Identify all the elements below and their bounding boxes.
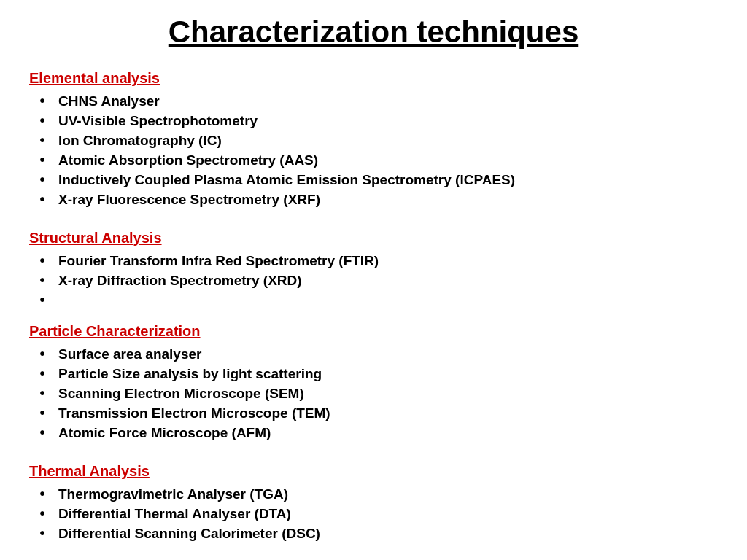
- list-item: •X-ray Diffraction Spectrometry (XRD): [29, 271, 718, 290]
- list-item-text: Particle Size analysis by light scatteri…: [58, 366, 322, 382]
- list-item: •Thermogravimetric Analyser (TGA): [29, 484, 718, 504]
- list-item: •Atomic Absorption Spectrometry (AAS): [29, 150, 718, 170]
- list-item-text: X-ray Diffraction Spectrometry (XRD): [58, 273, 302, 289]
- list-elemental-analysis: •CHNS Analyser•UV-Visible Spectrophotome…: [29, 91, 718, 209]
- list-item: •X-ray Fluorescence Spectrometry (XRF): [29, 190, 718, 209]
- list-item-text: Fourier Transform Infra Red Spectrometry…: [58, 253, 379, 269]
- list-thermal-analysis: •Thermogravimetric Analyser (TGA)•Differ…: [29, 484, 718, 543]
- list-structural-analysis: •Fourier Transform Infra Red Spectrometr…: [29, 251, 718, 310]
- list-item: •CHNS Analyser: [29, 91, 718, 111]
- list-item-text: Transmission Electron Microscope (TEM): [58, 405, 330, 421]
- heading-elemental-analysis: Elemental analysis: [29, 70, 718, 87]
- list-item: •: [29, 290, 718, 310]
- list-item-text: Atomic Absorption Spectrometry (AAS): [58, 152, 318, 168]
- list-item: •UV-Visible Spectrophotometry: [29, 111, 718, 131]
- list-item: •Scanning Electron Microscope (SEM): [29, 384, 718, 403]
- section-thermal-analysis: Thermal Analysis•Thermogravimetric Analy…: [29, 463, 718, 543]
- list-item: •Fourier Transform Infra Red Spectrometr…: [29, 251, 718, 271]
- list-item: •Surface area analyser: [29, 344, 718, 364]
- list-item-text: Surface area analyser: [58, 346, 201, 362]
- section-structural-analysis: Structural Analysis•Fourier Transform In…: [29, 230, 718, 310]
- list-item: •Atomic Force Microscope (AFM): [29, 423, 718, 443]
- bullet-icon: •: [29, 486, 58, 502]
- list-item: •Ion Chromatography (IC): [29, 131, 718, 150]
- heading-particle-characterization: Particle Characterization: [29, 323, 718, 340]
- bullet-icon: •: [29, 405, 58, 421]
- bullet-icon: •: [29, 385, 58, 402]
- bullet-icon: •: [29, 272, 58, 289]
- list-item-text: Ion Chromatography (IC): [58, 133, 222, 149]
- list-particle-characterization: •Surface area analyser•Particle Size ana…: [29, 344, 718, 443]
- bullet-icon: •: [29, 252, 58, 269]
- list-item-text: Atomic Force Microscope (AFM): [58, 425, 271, 441]
- list-item-text: X-ray Fluorescence Spectrometry (XRF): [58, 192, 320, 208]
- bullet-icon: •: [29, 365, 58, 382]
- heading-structural-analysis: Structural Analysis: [29, 230, 718, 246]
- list-item: •Differential Scanning Calorimeter (DSC): [29, 524, 718, 543]
- list-item-text: Differential Scanning Calorimeter (DSC): [58, 526, 320, 542]
- section-particle-characterization: Particle Characterization•Surface area a…: [29, 323, 718, 443]
- list-item: •Inductively Coupled Plasma Atomic Emiss…: [29, 170, 718, 190]
- bullet-icon: •: [29, 171, 58, 188]
- bullet-icon: •: [29, 112, 58, 129]
- page-title: Characterization techniques: [29, 15, 718, 50]
- list-item-text: Differential Thermal Analyser (DTA): [58, 506, 291, 522]
- heading-thermal-analysis: Thermal Analysis: [29, 463, 718, 480]
- bullet-icon: •: [29, 152, 58, 168]
- bullet-icon: •: [29, 505, 58, 522]
- list-item-text: UV-Visible Spectrophotometry: [58, 113, 258, 129]
- list-item-text: Scanning Electron Microscope (SEM): [58, 386, 304, 402]
- list-item: •Differential Thermal Analyser (DTA): [29, 504, 718, 524]
- bullet-icon: •: [29, 93, 58, 109]
- list-item-text: CHNS Analyser: [58, 93, 160, 109]
- list-item-text: Inductively Coupled Plasma Atomic Emissi…: [58, 172, 515, 188]
- bullet-icon: •: [29, 525, 58, 542]
- bullet-icon: •: [29, 346, 58, 362]
- list-item-text: Thermogravimetric Analyser (TGA): [58, 486, 288, 502]
- section-elemental-analysis: Elemental analysis•CHNS Analyser•UV-Visi…: [29, 70, 718, 209]
- bullet-icon: •: [29, 132, 58, 149]
- list-item: •Transmission Electron Microscope (TEM): [29, 403, 718, 423]
- bullet-icon: •: [29, 292, 58, 308]
- bullet-icon: •: [29, 424, 58, 441]
- list-item: •Particle Size analysis by light scatter…: [29, 364, 718, 384]
- bullet-icon: •: [29, 191, 58, 208]
